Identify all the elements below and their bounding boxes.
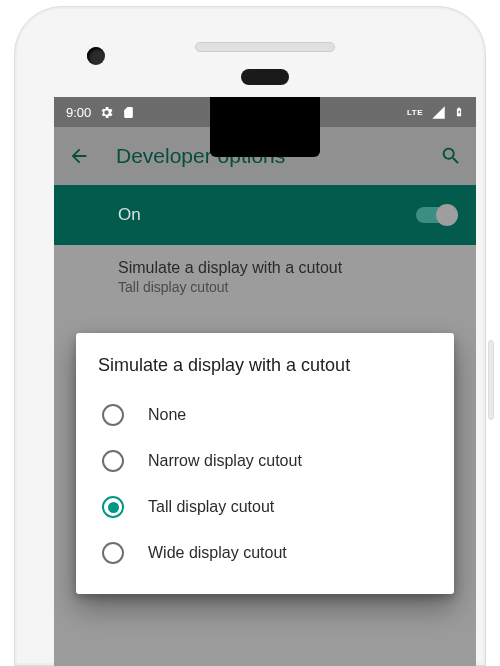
- proximity-sensor: [241, 69, 289, 85]
- radio-icon: [102, 496, 124, 518]
- device-frame: 9:00 LTE D: [14, 6, 486, 666]
- option-narrow[interactable]: Narrow display cutout: [98, 438, 432, 484]
- option-none[interactable]: None: [98, 392, 432, 438]
- cutout-dialog: Simulate a display with a cutout None Na…: [76, 333, 454, 594]
- front-camera: [87, 47, 105, 65]
- screen: 9:00 LTE D: [54, 97, 476, 666]
- option-label: Tall display cutout: [148, 498, 274, 516]
- radio-icon: [102, 450, 124, 472]
- power-button: [488, 340, 494, 420]
- option-tall[interactable]: Tall display cutout: [98, 484, 432, 530]
- earpiece-speaker: [195, 42, 335, 52]
- option-label: None: [148, 406, 186, 424]
- option-label: Narrow display cutout: [148, 452, 302, 470]
- radio-icon: [102, 404, 124, 426]
- option-wide[interactable]: Wide display cutout: [98, 530, 432, 576]
- radio-icon: [102, 542, 124, 564]
- option-label: Wide display cutout: [148, 544, 287, 562]
- dialog-title: Simulate a display with a cutout: [98, 355, 432, 376]
